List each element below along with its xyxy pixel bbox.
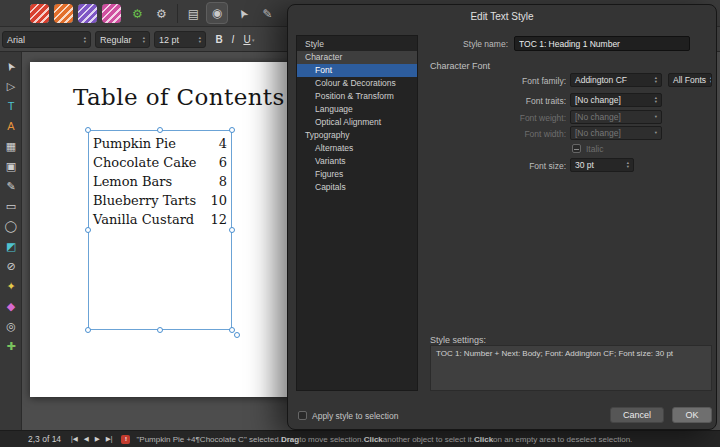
toc-list: Pumpkin Pie4 Chocolate Cake6 Lemon Bars8…: [89, 131, 231, 229]
resize-handle[interactable]: [229, 127, 235, 133]
underline-options-arrow-icon[interactable]: ▾: [252, 37, 255, 43]
tools-panel: ➤ ▷ T A ▦ ▣ ✎ ▭ ◯ ◩ ⊘ ✦ ◆ ◎ ✚: [0, 52, 22, 430]
purple-app-icon[interactable]: [78, 4, 97, 23]
font-width-label: Font width:: [436, 129, 566, 139]
green-gear-icon[interactable]: ⚙: [128, 4, 147, 23]
font-size-value: 12 pt: [159, 35, 179, 45]
stepper-icon: ▴▾: [651, 76, 657, 84]
style-name-label: Style name:: [380, 39, 508, 49]
prev-page-icon[interactable]: ◀: [84, 435, 89, 443]
node-tool[interactable]: ▷: [0, 76, 22, 96]
gray-gear-icon[interactable]: ⚙: [152, 4, 171, 23]
category-character[interactable]: Character: [297, 51, 417, 64]
gradient-tool[interactable]: ◩: [0, 236, 22, 256]
bold-button[interactable]: B: [212, 31, 226, 48]
page-indicator[interactable]: 2,3 of 14: [28, 434, 61, 444]
toc-entry: Blueberry Tarts10: [89, 191, 231, 210]
resize-handle[interactable]: [157, 327, 163, 333]
toc-entry: Lemon Bars8: [89, 172, 231, 191]
table-tool-icon: ▦: [6, 140, 16, 153]
style-name-input[interactable]: [514, 36, 690, 51]
toc-entry-page: 8: [219, 172, 227, 191]
category-capitals[interactable]: Capitals: [297, 181, 417, 194]
toc-entry-page: 10: [210, 191, 227, 210]
font-weight-value: [No change]: [575, 112, 621, 122]
vector-crop-tool-icon: ◆: [7, 300, 15, 313]
rectangle-tool-icon: ▭: [6, 200, 16, 213]
category-language[interactable]: Language: [297, 103, 417, 116]
text-flow-handle[interactable]: [234, 332, 240, 338]
font-traits-select[interactable]: [No change] ▴▾: [570, 93, 662, 107]
table-tool[interactable]: ▦: [0, 136, 22, 156]
resize-handle[interactable]: [85, 127, 91, 133]
style-settings-box: TOC 1: Number + Next: Body; Font: Adding…: [430, 345, 712, 391]
zoom-tool[interactable]: ◎: [0, 316, 22, 336]
font-size-select[interactable]: 12 pt ▴▾: [154, 31, 206, 48]
orange-app-icon[interactable]: [54, 4, 73, 23]
font-style-select[interactable]: Regular ▴▾: [95, 31, 150, 48]
ellipse-tool-icon: ◯: [5, 220, 17, 233]
cancel-button[interactable]: Cancel: [610, 407, 664, 423]
category-colour-decorations[interactable]: Colour & Decorations: [297, 77, 417, 90]
category-alternates[interactable]: Alternates: [297, 142, 417, 155]
stepper-icon: ▴▾: [139, 36, 145, 44]
italic-button[interactable]: I: [226, 31, 240, 48]
ellipse-tool[interactable]: ◯: [0, 216, 22, 236]
status-text: to move selection.: [299, 435, 363, 444]
rectangle-tool[interactable]: ▭: [0, 196, 22, 216]
status-click-word: Click: [364, 435, 383, 444]
resize-handle[interactable]: [85, 327, 91, 333]
warning-icon[interactable]: !: [121, 435, 130, 444]
resize-handle[interactable]: [229, 227, 235, 233]
ok-button[interactable]: OK: [672, 407, 712, 423]
category-font[interactable]: Font: [297, 64, 417, 77]
stepper-icon: ▾: [651, 115, 657, 119]
category-optical-alignment[interactable]: Optical Alignment: [297, 116, 417, 129]
font-family-label: Font family:: [436, 76, 566, 86]
pink-app-icon[interactable]: [102, 4, 121, 23]
resize-handle[interactable]: [85, 227, 91, 233]
frame-text-tool[interactable]: T: [0, 96, 22, 116]
stepper-icon: ▴▾: [623, 161, 629, 169]
status-selection-text: "Pumpkin Pie +4¶Chocolate C" selected.: [136, 435, 281, 444]
status-drag-word: Drag: [281, 435, 299, 444]
pen-tool-icon: ✎: [6, 180, 15, 193]
category-typography[interactable]: Typography: [297, 129, 417, 142]
stepper-icon: ▴▾: [195, 36, 201, 44]
green-gear-glyph: ⚙: [132, 7, 143, 21]
transparency-tool[interactable]: ⊘: [0, 256, 22, 276]
italic-checkbox[interactable]: [572, 144, 581, 153]
resize-handle[interactable]: [157, 127, 163, 133]
category-variants[interactable]: Variants: [297, 155, 417, 168]
move-tool[interactable]: ➤: [0, 56, 22, 76]
style-settings-label: Style settings:: [430, 335, 486, 345]
dialog-font-family-select[interactable]: Addington CF ▴▾: [570, 73, 662, 87]
font-traits-label: Font traits:: [436, 96, 566, 106]
artistic-text-tool[interactable]: A: [0, 116, 22, 136]
next-page-icon[interactable]: ▶: [95, 435, 100, 443]
pointer-glyph: ➤: [235, 6, 252, 22]
status-text: another object to select it.: [383, 435, 474, 444]
document-glyph: ▤: [188, 7, 199, 21]
category-position-transform[interactable]: Position & Transform: [297, 90, 417, 103]
font-width-value: [No change]: [575, 128, 621, 138]
colour-picker-tool[interactable]: ✦: [0, 276, 22, 296]
category-figures[interactable]: Figures: [297, 168, 417, 181]
first-page-icon[interactable]: |◀: [71, 435, 78, 443]
red-app-icon[interactable]: [30, 4, 49, 23]
pen-tool[interactable]: ✎: [0, 176, 22, 196]
pointer-icon[interactable]: ➤: [234, 4, 253, 23]
dialog-font-size-select[interactable]: 30 pt ▴▾: [570, 158, 634, 172]
view-tool[interactable]: ✚: [0, 336, 22, 356]
vector-crop-tool[interactable]: ◆: [0, 296, 22, 316]
document-icon[interactable]: ▤: [184, 4, 203, 23]
font-family-select[interactable]: Arial ▴▾: [2, 31, 91, 48]
last-page-icon[interactable]: ▶|: [106, 435, 113, 443]
font-filter-select[interactable]: All Fonts ▴▾: [668, 73, 712, 87]
apply-style-checkbox[interactable]: [298, 411, 307, 420]
aperture-icon[interactable]: ◉: [206, 2, 228, 24]
picture-frame-tool[interactable]: ▣: [0, 156, 22, 176]
pen-icon[interactable]: ✎: [258, 4, 277, 23]
selected-text-frame[interactable]: Pumpkin Pie4 Chocolate Cake6 Lemon Bars8…: [88, 130, 232, 330]
toc-entry-page: 4: [219, 134, 227, 153]
